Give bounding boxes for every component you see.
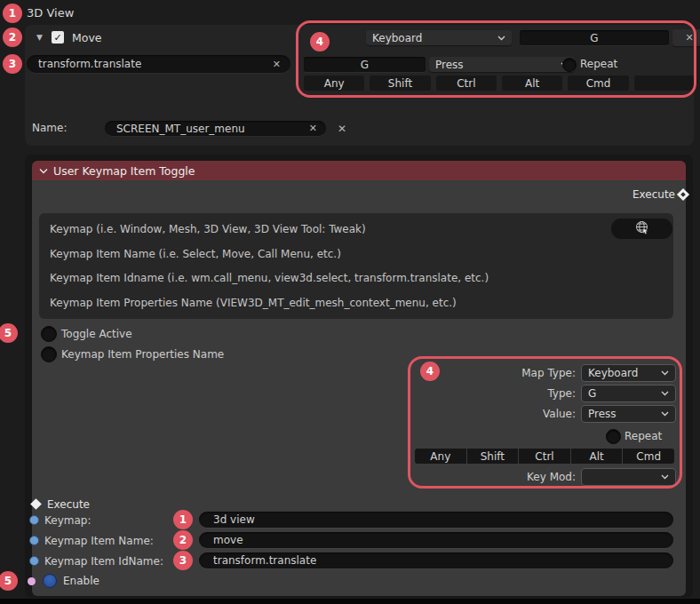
toggle-active-toggle[interactable] [41, 326, 57, 342]
keymap-socket[interactable] [29, 515, 39, 525]
hint-item-idname: Keymap Item Idname (i.e. wm.call_menu, v… [39, 272, 673, 284]
check-icon: ✓ [53, 32, 61, 44]
hint-keymap: Keymap (i.e. Window, Mesh, 3D View, 3D V… [39, 223, 673, 235]
annotation-5-top: 5 [0, 323, 18, 343]
execute-output-label: Execute [0, 188, 675, 201]
annotation-4-bottom: 4 [420, 362, 440, 381]
annotation-4-top: 4 [310, 32, 330, 52]
item-idname-field-label: Keymap Item IdName: [44, 555, 163, 568]
annotation-2-field: 2 [173, 530, 193, 550]
keymap-input-value: 3d view [199, 513, 255, 526]
map-settings-annotation-box [408, 356, 682, 489]
hint-item-props: Keymap Item Properties Name (VIEW3D_MT_e… [39, 297, 673, 309]
hint-list: Keymap (i.e. Window, Mesh, 3D View, 3D V… [39, 213, 673, 319]
close-icon[interactable]: ✕ [309, 123, 317, 133]
globe-cursor-icon [634, 219, 650, 238]
enable-toggle[interactable] [43, 574, 57, 588]
annotation-1: 1 [3, 4, 22, 23]
item-idname-input-value: transform.translate [199, 554, 316, 567]
enable-label: Enable [63, 575, 99, 587]
annotation-3: 3 [3, 54, 22, 74]
window-context-button[interactable] [611, 219, 672, 239]
node-header[interactable]: User Keymap Item Toggle [32, 161, 686, 180]
keymap-category-title: 3D View [27, 6, 74, 20]
name-input[interactable]: SCREEN_MT_user_menu ✕ [105, 121, 326, 136]
item-idname-input[interactable]: transform.translate ✕ [27, 55, 290, 73]
item-idname-input-bottom[interactable]: transform.translate [199, 552, 673, 568]
enable-decorator-dot[interactable] [28, 577, 36, 585]
item-idname-value: transform.translate [27, 58, 141, 70]
blender-keymap-screen: 1 2 3 3D View ▼ ✓ Move transform.transla… [0, 0, 700, 604]
expand-triangle-icon[interactable]: ▼ [36, 33, 43, 42]
name-row-label: Name: [32, 122, 67, 134]
collapse-chevron-icon[interactable] [39, 168, 48, 174]
item-name-field-label: Keymap Item Name: [44, 535, 154, 547]
keymap-field-label: Keymap: [44, 514, 91, 527]
editor-bottom-edge [0, 599, 700, 604]
toggle-active-label: Toggle Active [61, 328, 132, 340]
item-name-input-value: move [199, 534, 243, 546]
item-idname-socket[interactable] [29, 556, 39, 566]
kmi-props-label: Keymap Item Properties Name [61, 348, 224, 361]
annotation-5-bottom: 5 [0, 571, 18, 591]
kmi-props-toggle[interactable] [41, 346, 57, 362]
hotkey-annotation-box [296, 20, 696, 98]
item-name-socket[interactable] [29, 536, 39, 545]
annotation-3-field: 3 [173, 551, 193, 570]
item-name-input[interactable]: move [199, 532, 673, 548]
clear-name-icon[interactable]: ✕ [338, 123, 346, 134]
annotation-1-field: 1 [173, 510, 193, 529]
hint-item-name: Keymap Item Name (i.e. Select, Move, Cal… [39, 248, 673, 260]
close-icon[interactable]: ✕ [273, 60, 281, 69]
annotation-2: 2 [3, 28, 22, 47]
node-title: User Keymap Item Toggle [53, 164, 195, 178]
item-name-label: Move [72, 31, 102, 44]
keymap-input[interactable]: 3d view [199, 512, 673, 528]
item-active-checkbox[interactable]: ✓ [52, 31, 64, 44]
name-value: SCREEN_MT_user_menu [105, 123, 245, 135]
execute-input-label: Execute [47, 498, 90, 511]
